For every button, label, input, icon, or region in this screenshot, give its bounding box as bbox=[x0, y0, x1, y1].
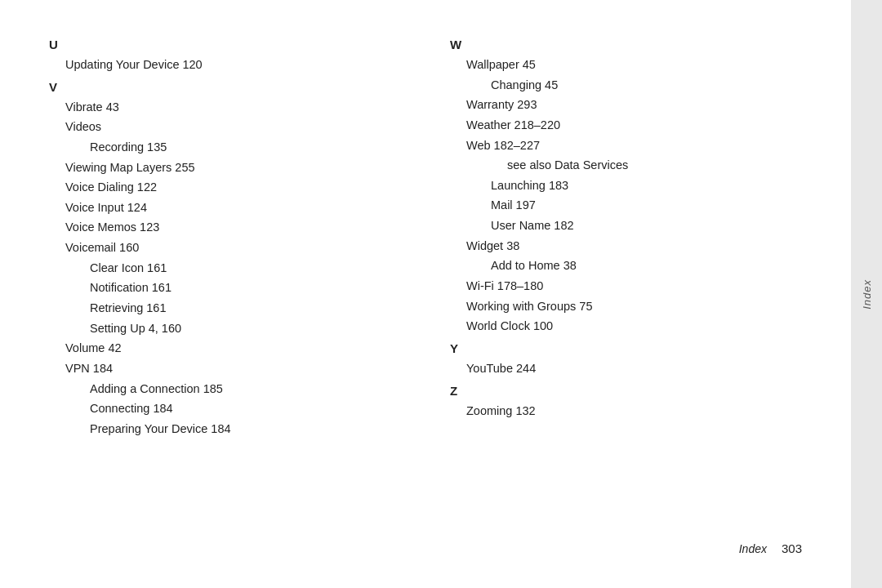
sidebar-tab-label: Index bbox=[861, 279, 873, 310]
index-item: Recording 135 bbox=[49, 137, 401, 158]
index-item: Adding a Connection 185 bbox=[49, 379, 401, 399]
index-item: Wallpaper 45 bbox=[450, 55, 802, 75]
index-item: Mail 197 bbox=[450, 195, 802, 216]
index-item: Warranty 293 bbox=[450, 95, 802, 115]
index-item: Voice Memos 123 bbox=[49, 217, 401, 238]
index-item: Voice Input 124 bbox=[49, 198, 401, 218]
index-item: see also Data Services bbox=[450, 155, 802, 176]
index-item: Setting Up 4, 160 bbox=[49, 318, 401, 339]
index-item: Web 182–227 bbox=[450, 136, 802, 156]
index-item: Voicemail 160 bbox=[49, 238, 401, 258]
index-item: Viewing Map Layers 255 bbox=[49, 158, 401, 178]
section-letter-v: V bbox=[49, 80, 401, 94]
index-item: Retrieving 161 bbox=[49, 298, 401, 318]
index-item: Weather 218–220 bbox=[450, 115, 802, 136]
index-item: VPN 184 bbox=[49, 359, 401, 379]
index-item: Videos bbox=[49, 117, 401, 137]
index-item: Voice Dialing 122 bbox=[49, 177, 401, 198]
index-item: Connecting 184 bbox=[49, 399, 401, 419]
page-content: UUpdating Your Device 120VVibrate 43Vide… bbox=[0, 0, 851, 588]
section-letter-u: U bbox=[49, 38, 401, 51]
index-columns: UUpdating Your Device 120VVibrate 43Vide… bbox=[49, 33, 802, 533]
footer-label: Index bbox=[739, 542, 767, 555]
index-item: Volume 42 bbox=[49, 338, 401, 359]
index-item: Widget 38 bbox=[450, 236, 802, 256]
index-item: World Clock 100 bbox=[450, 316, 802, 336]
footer-page-number: 303 bbox=[782, 541, 802, 555]
left-column: UUpdating Your Device 120VVibrate 43Vide… bbox=[49, 33, 401, 533]
index-item: Updating Your Device 120 bbox=[49, 55, 401, 75]
section-letter-w: W bbox=[450, 38, 802, 51]
index-item: Vibrate 43 bbox=[49, 97, 401, 118]
index-item: Notification 161 bbox=[49, 278, 401, 298]
section-letter-y: Y bbox=[450, 341, 802, 355]
index-item: Changing 45 bbox=[450, 75, 802, 96]
index-item: Preparing Your Device 184 bbox=[49, 419, 401, 439]
index-item: User Name 182 bbox=[450, 216, 802, 236]
index-item: Zooming 132 bbox=[450, 401, 802, 421]
page-footer: Index 303 bbox=[49, 533, 802, 555]
right-column: WWallpaper 45Changing 45Warranty 293Weat… bbox=[450, 33, 802, 533]
index-item: Working with Groups 75 bbox=[450, 296, 802, 317]
index-item: Clear Icon 161 bbox=[49, 258, 401, 278]
index-item: Add to Home 38 bbox=[450, 256, 802, 276]
index-item: Launching 183 bbox=[450, 176, 802, 196]
index-item: YouTube 244 bbox=[450, 359, 802, 379]
sidebar-tab: Index bbox=[851, 0, 882, 588]
index-item: Wi-Fi 178–180 bbox=[450, 276, 802, 296]
section-letter-z: Z bbox=[450, 384, 802, 398]
